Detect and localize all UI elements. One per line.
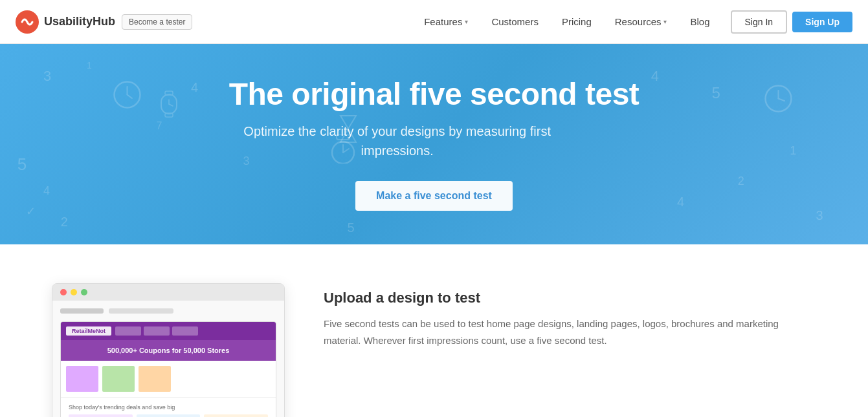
- nav-blog-label: Blog: [690, 16, 709, 27]
- nav-resources[interactable]: Resources ▾: [605, 11, 678, 32]
- inner-nav-item: [115, 326, 141, 336]
- inner-hero-banner: 500,000+ Coupons for 50,000 Stores: [61, 340, 276, 361]
- svg-rect-14: [165, 91, 173, 95]
- nav-features-label: Features: [424, 16, 462, 27]
- inner-nav-item: [144, 326, 170, 336]
- browser-body: RetailMeNot 500,000+ Coupons for 50,000 …: [52, 301, 284, 417]
- inner-logo: RetailMeNot: [66, 326, 111, 336]
- browser-bar: [52, 284, 284, 301]
- svg-line-10: [779, 99, 785, 102]
- hero-clock-icon: [113, 80, 142, 109]
- resources-chevron-icon: ▾: [663, 18, 667, 25]
- mockup-container: RetailMeNot 500,000+ Coupons for 50,000 …: [52, 283, 285, 417]
- browser-dot-yellow: [71, 289, 77, 295]
- inner-img-3: [139, 366, 171, 392]
- inner-hero-text: 500,000+ Coupons for 50,000 Stores: [107, 347, 230, 354]
- features-chevron-icon: ▾: [465, 18, 468, 25]
- feature-description: Five second tests can be used to test ho…: [324, 315, 816, 348]
- nav-resources-label: Resources: [615, 16, 662, 27]
- hero-watch-icon: [156, 88, 182, 120]
- nav-customers-label: Customers: [491, 16, 539, 27]
- svg-point-8: [766, 86, 792, 112]
- signin-button[interactable]: Sign In: [731, 10, 788, 34]
- brand-logo-2: [137, 414, 201, 417]
- signup-button[interactable]: Sign Up: [792, 12, 852, 32]
- feature-title: Upload a design to test: [324, 290, 816, 306]
- svg-line-3: [128, 94, 133, 98]
- brand-logo-icon: [16, 10, 39, 34]
- hero-title: The original five second test: [229, 78, 640, 112]
- inner-nav: [115, 326, 198, 336]
- brand-name: UsabilityHub: [44, 15, 115, 28]
- nav-features[interactable]: Features ▾: [414, 11, 478, 32]
- navbar-actions: Sign In Sign Up: [731, 10, 852, 34]
- inner-nav-item: [172, 326, 198, 336]
- nav-blog[interactable]: Blog: [680, 11, 720, 32]
- inner-browser-bar: RetailMeNot: [61, 322, 276, 340]
- main-nav: Features ▾ Customers Pricing Resources ▾…: [414, 11, 720, 32]
- feature-text: Upload a design to test Five second test…: [324, 283, 816, 348]
- nav-pricing-label: Pricing: [562, 16, 592, 27]
- inner-img-2: [102, 366, 135, 392]
- hero-subtitle: Optimize the clarity of your designs by …: [229, 122, 566, 160]
- navbar: UsabilityHub Become a tester Features ▾ …: [0, 0, 868, 44]
- feature-section: RetailMeNot 500,000+ Coupons for 50,000 …: [0, 244, 868, 417]
- hero-section: 3 1 4 5 ✓ 2 4 3 7 5 4 5 2 4 1 3: [0, 44, 868, 244]
- mockup-address-bar: [60, 308, 276, 314]
- browser-dot-green: [81, 289, 87, 295]
- nav-customers[interactable]: Customers: [481, 11, 549, 32]
- svg-line-13: [169, 104, 173, 106]
- nav-pricing[interactable]: Pricing: [551, 11, 602, 32]
- inner-browser: RetailMeNot 500,000+ Coupons for 50,000 …: [60, 321, 276, 417]
- svg-rect-11: [161, 94, 177, 114]
- svg-point-1: [115, 81, 140, 107]
- hero-content: The original five second test Optimize t…: [229, 78, 640, 211]
- hero-clock2-icon: [764, 84, 793, 113]
- inner-bottom: Shop today's trending deals and save big: [61, 397, 276, 417]
- brand-logos-row: [69, 414, 268, 417]
- become-tester-badge[interactable]: Become a tester: [122, 14, 192, 30]
- brand-logo-3: [204, 414, 268, 417]
- shop-deals-text: Shop today's trending deals and save big: [69, 404, 268, 411]
- brand-logo-1: [69, 414, 133, 417]
- hero-cta-button[interactable]: Make a five second test: [355, 181, 513, 211]
- inner-img-1: [66, 366, 98, 392]
- svg-rect-15: [165, 113, 173, 117]
- browser-dot-red: [60, 289, 67, 295]
- inner-content: [61, 361, 276, 397]
- browser-mockup: RetailMeNot 500,000+ Coupons for 50,000 …: [52, 283, 285, 417]
- brand-logo-link[interactable]: UsabilityHub: [16, 10, 115, 34]
